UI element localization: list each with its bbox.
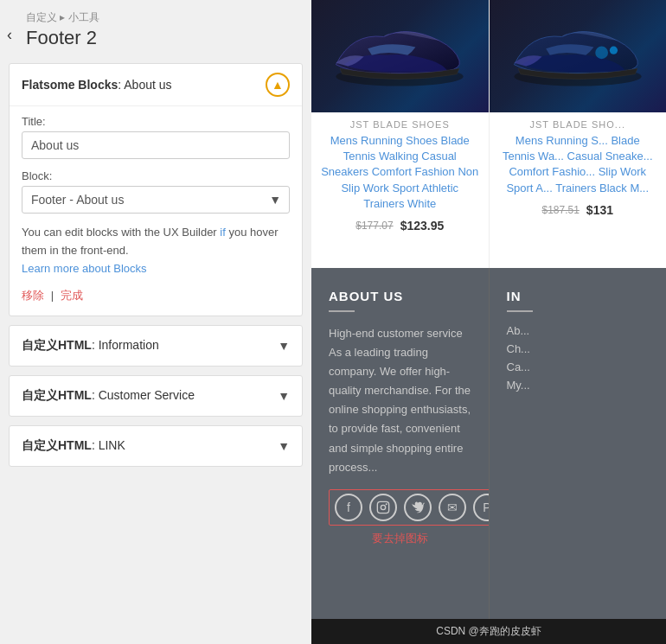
footer-divider (329, 310, 355, 312)
chevron-down-icon: ▼ (278, 389, 290, 403)
page-title: Footer 2 (26, 27, 301, 49)
svg-point-5 (381, 505, 385, 509)
price-row-1: $187.51 $131 (498, 203, 658, 217)
block-select[interactable]: Footer - About us (22, 186, 290, 214)
product-card-1: JST BLADE SHO... Mens Running S... Blade… (490, 0, 667, 268)
right-panel: JST BLADE SHOES Mens Running Shoes Blade… (311, 0, 666, 644)
instagram-icon[interactable] (369, 494, 397, 521)
title-input[interactable] (22, 131, 290, 159)
product-title-1: Mens Running S... Blade Tennis Wa... Cas… (498, 133, 658, 196)
chevron-down-icon: ▼ (278, 439, 290, 453)
footer-links: Ab... Ch... Ca... My... (507, 324, 650, 392)
svg-point-3 (610, 46, 618, 54)
original-price-1: $187.51 (541, 204, 579, 216)
block-field-group: Block: Footer - About us ▼ (22, 169, 290, 214)
flatsome-blocks-card-body: Title: Block: Footer - About us ▼ You ca… (10, 105, 302, 316)
price-row-0: $177.07 $123.95 (320, 219, 480, 233)
footer-divider-2 (507, 310, 533, 312)
done-link[interactable]: 完成 (61, 289, 83, 302)
product-image-1 (490, 0, 667, 112)
collapsed-card-2-header[interactable]: 自定义HTML: LINK ▼ (10, 426, 302, 466)
collapsed-card-1: 自定义HTML: Customer Service ▼ (9, 375, 303, 417)
collapsed-card-0-title: 自定义HTML: Information (22, 338, 159, 354)
chevron-down-icon: ▼ (278, 339, 290, 353)
watermark-bar: CSDN @奔跑的皮皮虾 (311, 619, 666, 644)
breadcrumb: 自定义 ▸ 小工具 (26, 10, 301, 25)
footer-about-title: ABOUT US (329, 289, 471, 303)
back-arrow[interactable]: ‹ (7, 26, 12, 44)
title-field-group: Title: (22, 115, 290, 159)
original-price-0: $177.07 (355, 220, 393, 232)
footer-about-text: High-end customer service As a leading t… (329, 324, 471, 477)
collapsed-card-0: 自定义HTML: Information ▼ (9, 325, 303, 367)
social-icons-row: f ✉ P (329, 489, 489, 526)
product-title-0: Mens Running Shoes Blade Tennis Walking … (320, 133, 480, 212)
collapsed-card-0-header[interactable]: 自定义HTML: Information ▼ (10, 326, 302, 366)
title-label: Title: (22, 115, 290, 128)
product-card-0: JST BLADE SHOES Mens Running Shoes Blade… (311, 0, 489, 268)
svg-rect-4 (377, 501, 388, 513)
collapsed-card-2-title: 自定义HTML: LINK (22, 438, 125, 454)
product-info-1: JST BLADE SHO... Mens Running S... Blade… (490, 112, 667, 224)
block-select-wrapper: Footer - About us ▼ (22, 186, 290, 214)
flatsome-blocks-title: Flatsome Blocks: About us (22, 78, 172, 92)
left-panel: ‹ 自定义 ▸ 小工具 Footer 2 Flatsome Blocks: Ab… (0, 0, 311, 644)
product-image-0 (311, 0, 489, 112)
remove-link[interactable]: 移除 (22, 289, 44, 302)
flatsome-blocks-card-header[interactable]: Flatsome Blocks: About us ▲ (10, 64, 302, 105)
brand-name-1: JST BLADE SHO... (498, 119, 658, 130)
pinterest-icon[interactable]: P (473, 494, 489, 521)
brand-name-0: JST BLADE SHOES (320, 119, 480, 130)
product-info-0: JST BLADE SHOES Mens Running Shoes Blade… (311, 112, 489, 239)
svg-point-2 (595, 46, 608, 59)
collapsed-card-2: 自定义HTML: LINK ▼ (9, 425, 303, 467)
remove-icon-label: 要去掉图标 (329, 531, 471, 546)
block-label: Block: (22, 169, 290, 182)
collapsed-card-1-title: 自定义HTML: Customer Service (22, 388, 195, 404)
footer-col-info: IN Ab... Ch... Ca... My... (489, 268, 667, 619)
panel-body: Flatsome Blocks: About us ▲ Title: Block… (0, 56, 311, 474)
sale-price-0: $123.95 (400, 219, 445, 233)
email-icon[interactable]: ✉ (439, 494, 466, 521)
sale-price-1: $131 (586, 203, 613, 217)
helper-text: You can edit blocks with the UX Builder … (22, 224, 290, 277)
watermark-text: CSDN @奔跑的皮皮虾 (436, 625, 541, 637)
twitter-icon[interactable] (404, 494, 432, 521)
footer-link-1[interactable]: Ch... (507, 342, 650, 355)
footer-info-title: IN (507, 289, 650, 303)
action-links: 移除 | 完成 (22, 288, 290, 303)
footer-link-0[interactable]: Ab... (507, 324, 650, 337)
toggle-collapse-button[interactable]: ▲ (266, 73, 290, 97)
svg-point-6 (386, 503, 387, 505)
products-area: JST BLADE SHOES Mens Running Shoes Blade… (311, 0, 666, 268)
footer-link-2[interactable]: Ca... (507, 360, 650, 373)
footer-section: ABOUT US High-end customer service As a … (311, 268, 666, 619)
learn-more-link[interactable]: Learn more about Blocks (22, 262, 147, 275)
facebook-icon[interactable]: f (335, 494, 362, 521)
footer-link-3[interactable]: My... (507, 379, 650, 392)
collapsed-card-1-header[interactable]: 自定义HTML: Customer Service ▼ (10, 376, 302, 416)
breadcrumb-area: 自定义 ▸ 小工具 Footer 2 (0, 0, 311, 56)
flatsome-blocks-card: Flatsome Blocks: About us ▲ Title: Block… (9, 63, 303, 316)
footer-col-about: ABOUT US High-end customer service As a … (311, 268, 489, 619)
